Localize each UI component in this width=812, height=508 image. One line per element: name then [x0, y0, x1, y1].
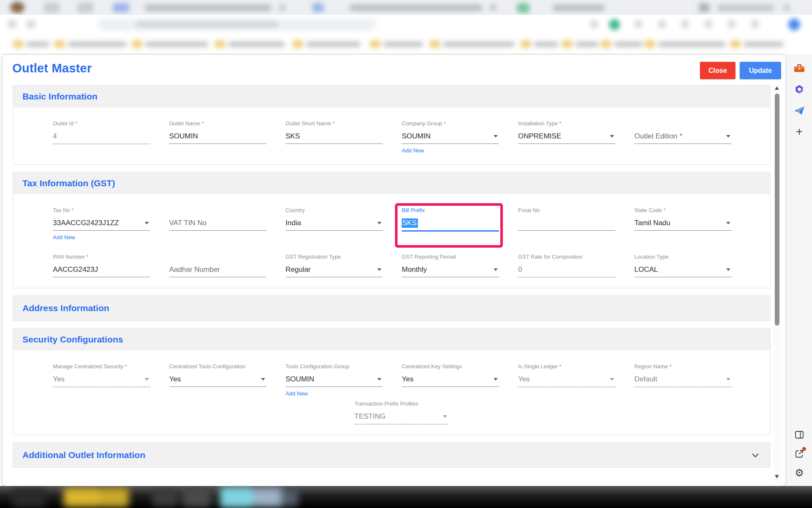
blur-blob [562, 40, 572, 48]
outlet-name-value: SOUMIN [169, 132, 198, 141]
gst-reporting-period-value: Monthly [402, 265, 427, 274]
scroll-down-arrow-icon[interactable] [775, 475, 779, 478]
fssai-no-input[interactable] [518, 216, 615, 231]
outlet-name-input[interactable]: SOUMIN [169, 129, 266, 144]
outlet-master-dialog: Outlet Master Close Update Basic Informa… [3, 55, 785, 486]
dropdown-arrow-icon [377, 268, 381, 271]
dropdown-arrow-icon [610, 135, 614, 138]
side-panel-icon[interactable] [793, 429, 805, 440]
installation-type-field: Installation Type *ONPREMISE [518, 120, 615, 154]
dropdown-arrow-icon [261, 378, 265, 381]
dropdown-arrow-icon [145, 222, 149, 224]
centralized-key-settings-select[interactable]: Yes [402, 372, 499, 387]
blur-blob [534, 41, 558, 47]
blurred-tabs [0, 0, 812, 15]
tools-configuration-group-value: SOUMIN [285, 375, 314, 384]
vat-tin-no-input[interactable]: VAT TIN No [169, 216, 266, 231]
bill-prefix-value: SKS [402, 219, 418, 227]
blur-blob [383, 41, 423, 47]
send-icon[interactable] [793, 105, 805, 116]
section-header-address-information[interactable]: Address Information [13, 296, 770, 320]
pan-number-input[interactable]: AACCG2423J [53, 262, 150, 277]
blur-blob [281, 489, 298, 506]
blur-blob [575, 41, 598, 47]
blur-blob [699, 3, 710, 12]
section-header-tax-information[interactable]: Tax Information (GST) [13, 172, 770, 194]
section-title: Security Configurations [22, 334, 123, 345]
section-header-security-configurations[interactable]: Security Configurations [13, 329, 770, 351]
outlet-edition-select[interactable]: Outlet Edition * [634, 129, 732, 144]
blur-blob [658, 41, 726, 47]
transaction-prefix-profiles-select: TESTING [354, 409, 448, 425]
update-button[interactable]: Update [740, 62, 781, 79]
aadhar-number-input[interactable]: Aadhar Number [169, 262, 266, 277]
close-button[interactable]: Close [700, 62, 735, 79]
blur-blob [658, 20, 666, 28]
blur-blob [152, 489, 178, 506]
blur-blob [132, 40, 142, 48]
installation-type-value: ONPREMISE [518, 132, 561, 141]
bill-prefix-input[interactable]: SKS [402, 216, 499, 232]
tax-no-field: Tax No *33AACCG2423J1ZZAdd New [53, 207, 150, 241]
gst-registration-type-label: GST Registration Type [285, 254, 383, 260]
blur-blob [727, 20, 736, 28]
scroll-up-arrow-icon[interactable] [775, 86, 779, 90]
blur-blob [145, 5, 272, 11]
toolbox-icon[interactable] [793, 63, 805, 74]
gst-reporting-period-select[interactable]: Monthly [402, 262, 499, 277]
scrollbar-thumb[interactable] [775, 94, 779, 326]
manage-centralized-security-label: Manage Centralized Security * [53, 363, 150, 370]
tax-no-select[interactable]: 33AACCG2423J1ZZ [53, 216, 150, 231]
add-icon[interactable]: + [793, 126, 805, 137]
dropdown-arrow-icon [145, 378, 149, 381]
outlet-short-name-input[interactable]: SKS [285, 129, 383, 144]
blur-blob [717, 5, 774, 11]
tools-configuration-group-label: Tools Configuration Group [285, 363, 383, 370]
state-code-label: State Code * [634, 207, 732, 214]
transaction-prefix-profiles-label: Transaction Prefix Profiles [354, 400, 448, 407]
chevron-down-icon [752, 453, 759, 458]
vat-tin-no-value: VAT TIN No [169, 219, 207, 227]
section-basic-information: Basic Information Outlet Id *4Outlet Nam… [13, 85, 771, 165]
gst-registration-type-select[interactable]: Regular [285, 262, 383, 277]
vertical-scrollbar[interactable] [774, 84, 781, 480]
blur-blob [443, 41, 515, 47]
blur-blob [681, 20, 689, 28]
external-link-icon[interactable] [793, 448, 805, 459]
blur-blob [293, 40, 303, 48]
dropdown-arrow-icon [610, 378, 614, 381]
settings-gear-icon[interactable]: ⚙ [793, 467, 805, 478]
pan-number-label: PAN Number * [53, 254, 150, 260]
company-group-add-new-link[interactable]: Add New [402, 147, 424, 154]
tools-configuration-group-add-new-link[interactable]: Add New [285, 390, 308, 397]
section-header-additional-outlet-information[interactable]: Additional Outlet Information [13, 443, 770, 467]
installation-type-select[interactable]: ONPREMISE [518, 129, 615, 144]
microsoft-365-icon[interactable] [793, 84, 805, 95]
gst-reporting-period-field: GST Reporting PeriodMonthly [402, 254, 499, 278]
section-header-basic-information[interactable]: Basic Information [13, 86, 770, 108]
blur-blob [26, 20, 36, 28]
sidebar-bottom-icons: ⚙ [787, 429, 812, 478]
location-type-select[interactable]: LOCAL [634, 262, 732, 277]
state-code-select[interactable]: Tamil Nadu [634, 216, 732, 231]
blur-blob [145, 41, 208, 47]
tax-no-add-new-link[interactable]: Add New [53, 234, 75, 240]
dropdown-arrow-icon [726, 135, 730, 138]
gst-rate-for-composition-value: 0 [518, 265, 522, 274]
company-group-select[interactable]: SOUMIN [402, 129, 499, 144]
blur-blob [552, 5, 605, 11]
browser-chrome [0, 0, 812, 54]
security-configuration-fields: Manage Centralized Security *YesCentrali… [13, 351, 770, 400]
blur-blob [521, 40, 531, 48]
tools-configuration-group-select[interactable]: SOUMIN [285, 372, 383, 387]
blur-blob [63, 488, 102, 507]
outlet-short-name-label: Outlet Short Name * [285, 120, 383, 127]
transaction-prefix-profiles-field: Transaction Prefix ProfilesTESTING [354, 400, 448, 425]
country-select[interactable]: India [285, 216, 383, 231]
fssai-no-label: Fssai No [518, 207, 615, 214]
blur-blob [788, 19, 800, 30]
dropdown-arrow-icon [494, 268, 498, 271]
fssai-no-value [518, 219, 520, 227]
centralized-tools-configuration-select[interactable]: Yes [169, 372, 266, 387]
gst-rate-for-composition-label: GST Rate for Composition [518, 254, 615, 260]
